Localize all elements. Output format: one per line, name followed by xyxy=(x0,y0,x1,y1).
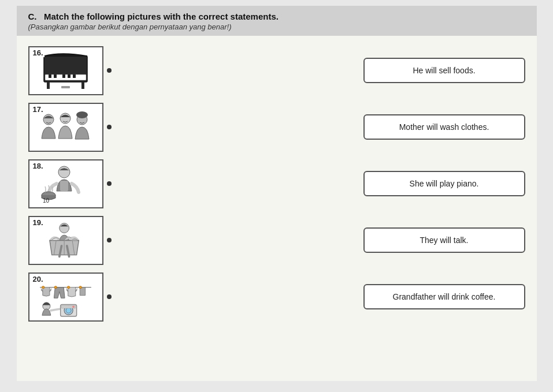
section-header: C. Match the following pictures with the… xyxy=(17,6,537,36)
matching-content: 16. xyxy=(17,44,537,323)
match-row-20: 20. xyxy=(28,271,525,323)
svg-point-14 xyxy=(58,166,70,178)
svg-point-13 xyxy=(76,111,88,118)
svg-rect-5 xyxy=(68,74,70,78)
picture-number-19: 19. xyxy=(32,218,44,227)
svg-rect-3 xyxy=(54,74,57,78)
page: C. Match the following pictures with the… xyxy=(17,6,537,381)
statement-box-1: He will sell foods. xyxy=(363,58,525,83)
svg-rect-26 xyxy=(54,286,57,289)
dot-left-17 xyxy=(107,125,112,129)
svg-rect-6 xyxy=(73,74,76,78)
picture-number-17: 17. xyxy=(32,105,44,114)
statement-box-2: Mother will wash clothes. xyxy=(363,114,525,140)
svg-rect-9 xyxy=(61,86,70,88)
svg-rect-15 xyxy=(60,181,68,191)
dot-left-20 xyxy=(107,294,112,299)
section-title: C. Match the following pictures with the… xyxy=(28,12,525,21)
svg-rect-25 xyxy=(42,286,44,289)
svg-rect-4 xyxy=(62,74,65,78)
picture-number-20: 20. xyxy=(32,275,44,283)
statement-box-4: They will talk. xyxy=(363,227,525,253)
title-text: Match the following pictures with the co… xyxy=(44,12,279,21)
match-row-17: 17. xyxy=(28,101,525,153)
svg-rect-7 xyxy=(47,82,50,89)
picture-box-20: 20. xyxy=(28,272,103,322)
picture-box-16: 16. xyxy=(28,46,103,95)
dot-left-18 xyxy=(107,181,112,186)
statement-box-5: Grandfather will drink coffee. xyxy=(363,284,525,309)
picture-box-19: 19. xyxy=(28,216,103,265)
svg-rect-27 xyxy=(68,286,70,289)
svg-rect-28 xyxy=(79,286,81,289)
svg-point-34 xyxy=(72,305,75,308)
svg-text:10: 10 xyxy=(43,197,50,204)
picture-number-16: 16. xyxy=(32,48,44,57)
svg-rect-2 xyxy=(49,74,51,78)
match-row-19: 19. xyxy=(28,214,525,266)
picture-number-18: 18. xyxy=(32,162,44,170)
subtitle-text: (Pasangkan gambar berikut dengan pernyat… xyxy=(28,23,525,31)
svg-rect-8 xyxy=(81,82,84,89)
match-row-18: 18. xyxy=(28,158,525,210)
dot-left-19 xyxy=(107,238,112,242)
picture-box-18: 18. xyxy=(28,159,103,208)
dot-left-16 xyxy=(107,68,112,73)
statement-box-3: She will play piano. xyxy=(363,171,525,196)
match-row-16: 16. xyxy=(28,44,525,96)
svg-point-32 xyxy=(66,308,71,313)
section-letter: C. xyxy=(28,12,37,21)
picture-box-17: 17. xyxy=(28,103,103,152)
